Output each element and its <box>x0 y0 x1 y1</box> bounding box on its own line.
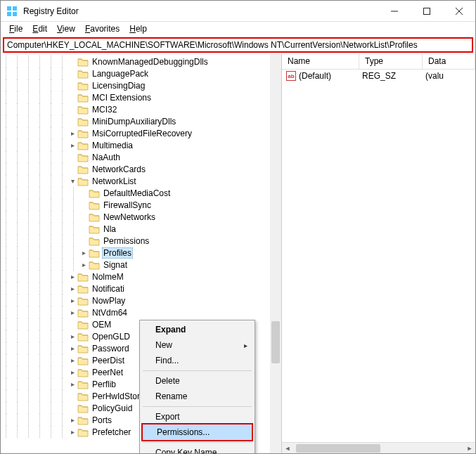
tree-item[interactable]: ▸NetworkCards <box>1 163 281 175</box>
menu-help[interactable]: Help <box>125 22 151 35</box>
chevron-icon[interactable]: ▸ <box>68 309 77 316</box>
chevron-icon[interactable]: ▸ <box>68 141 77 149</box>
col-type[interactable]: Type <box>359 54 423 69</box>
tree-label[interactable]: NewNetworks <box>102 212 157 222</box>
menu-edit[interactable]: Edit <box>28 22 51 35</box>
tree-item[interactable]: ▸Permissions <box>1 235 281 247</box>
tree-label[interactable]: MsiCorruptedFileRecovery <box>91 129 193 138</box>
chevron-icon[interactable]: ▸ <box>79 249 88 257</box>
tree-item[interactable]: ▸NowPlay <box>1 294 281 306</box>
col-name[interactable]: Name <box>282 54 359 69</box>
tree-item[interactable]: ▸NtVdm64 <box>1 306 281 318</box>
chevron-icon[interactable]: ▸ <box>68 285 77 292</box>
chevron-icon[interactable]: ▸ <box>68 332 77 340</box>
tree-item[interactable]: ▸Signat <box>1 259 281 271</box>
tree-label[interactable]: FirewallSync <box>102 200 153 210</box>
folder-icon <box>77 380 89 389</box>
tree-item[interactable]: ▸FirewallSync <box>1 199 281 211</box>
ctx-item-rename[interactable]: Rename <box>141 389 253 404</box>
value-row[interactable]: ab (Default) REG_SZ (valu <box>282 70 475 82</box>
ctx-item-permissions[interactable]: Permissions... <box>141 423 253 441</box>
col-data[interactable]: Data <box>423 54 475 69</box>
tree-label[interactable]: NaAuth <box>91 153 122 162</box>
tree-item[interactable]: ▸Multimedia <box>1 139 281 151</box>
tree-item[interactable]: ▸LanguagePack <box>1 67 281 79</box>
tree-item[interactable]: ▸KnownManagedDebuggingDlls <box>1 56 281 67</box>
tree-item[interactable]: ▸Notificati <box>1 283 281 294</box>
chevron-icon[interactable]: ▸ <box>79 261 88 268</box>
tree-label[interactable]: NowPlay <box>91 296 127 306</box>
chevron-icon[interactable]: ▸ <box>68 368 77 376</box>
tree-item[interactable]: ▾NetworkList <box>1 175 281 187</box>
content-area: ▸KnownManagedDebuggingDlls▸LanguagePack▸… <box>1 54 475 453</box>
tree-label[interactable]: MCI Extensions <box>91 93 153 103</box>
tree-scrollbar[interactable] <box>270 54 281 453</box>
ctx-item-copy-key-name[interactable]: Copy Key Name <box>141 445 253 453</box>
chevron-icon[interactable]: ▸ <box>68 273 77 280</box>
tree-item[interactable]: ▸Profiles <box>1 247 281 259</box>
tree-label[interactable]: Signat <box>102 260 129 270</box>
tree-item[interactable]: ▸NaAuth <box>1 151 281 163</box>
tree-item[interactable]: ▸MCI32 <box>1 103 281 115</box>
tree-label[interactable]: Nla <box>102 224 117 234</box>
tree-label[interactable]: PolicyGuid <box>91 403 134 413</box>
close-button[interactable] <box>443 1 475 22</box>
chevron-icon[interactable]: ▸ <box>68 356 77 364</box>
tree-label[interactable]: OEM <box>91 320 112 330</box>
tree-label[interactable]: LanguagePack <box>91 69 150 79</box>
tree-item[interactable]: ▸DefaultMediaCost <box>1 187 281 199</box>
hscroll-thumb[interactable] <box>296 444 380 453</box>
values-body[interactable]: ab (Default) REG_SZ (valu <box>282 70 475 442</box>
tree-item[interactable]: ▸NolmeM <box>1 271 281 283</box>
maximize-button[interactable] <box>411 1 443 22</box>
tree-item[interactable]: ▸LicensingDiag <box>1 79 281 91</box>
tree-label[interactable]: NolmeM <box>91 272 125 282</box>
values-hscroll[interactable]: ◄ ► <box>282 442 475 453</box>
tree-label[interactable]: Prefetcher <box>91 427 132 437</box>
address-bar[interactable] <box>7 40 469 50</box>
chevron-icon[interactable]: ▸ <box>68 380 77 388</box>
tree-item[interactable]: ▸Nla <box>1 223 281 235</box>
folder-icon <box>77 427 89 437</box>
tree-label[interactable]: Perflib <box>91 380 117 389</box>
chevron-icon[interactable]: ▸ <box>68 297 77 304</box>
minimize-button[interactable] <box>378 1 411 22</box>
chevron-icon[interactable]: ▾ <box>68 177 77 185</box>
tree-item[interactable]: ▸MiniDumpAuxiliaryDlls <box>1 115 281 127</box>
tree-label[interactable]: PeerDist <box>91 356 126 365</box>
chevron-icon[interactable]: ▸ <box>68 416 77 424</box>
menu-favorites[interactable]: Favorites <box>81 22 124 35</box>
tree-label[interactable]: Ports <box>91 415 113 425</box>
scroll-right-icon[interactable]: ► <box>464 443 475 453</box>
tree-label[interactable]: Permissions <box>102 236 150 246</box>
chevron-icon[interactable]: ▸ <box>68 428 77 436</box>
tree-label[interactable]: DefaultMediaCost <box>102 188 172 198</box>
ctx-item-new[interactable]: New▸ <box>141 337 253 353</box>
tree-label[interactable]: PeerNet <box>91 368 124 377</box>
menu-view[interactable]: View <box>53 22 79 35</box>
tree-label[interactable]: Notificati <box>91 284 126 294</box>
tree-label[interactable]: Multimedia <box>91 141 134 150</box>
tree-item[interactable]: ▸MsiCorruptedFileRecovery <box>1 127 281 139</box>
tree-label[interactable]: Password <box>91 344 131 354</box>
scrollbar-thumb[interactable] <box>271 321 280 363</box>
tree-label[interactable]: NtVdm64 <box>91 308 129 318</box>
tree-label[interactable]: NetworkList <box>91 176 138 186</box>
chevron-icon[interactable]: ▸ <box>68 344 77 352</box>
tree-label[interactable]: NetworkCards <box>91 164 147 174</box>
ctx-item-delete[interactable]: Delete <box>141 373 253 389</box>
scroll-left-icon[interactable]: ◄ <box>282 443 293 453</box>
tree-item[interactable]: ▸MCI Extensions <box>1 91 281 103</box>
tree-label[interactable]: OpenGLD <box>91 332 131 342</box>
tree-label[interactable]: KnownManagedDebuggingDlls <box>91 57 210 67</box>
ctx-item-export[interactable]: Export <box>141 409 253 424</box>
ctx-item-expand[interactable]: Expand <box>141 322 253 337</box>
ctx-item-find[interactable]: Find... <box>141 353 253 368</box>
tree-label[interactable]: LicensingDiag <box>91 81 146 91</box>
menu-file[interactable]: File <box>5 22 27 35</box>
tree-label[interactable]: MCI32 <box>91 105 118 115</box>
tree-item[interactable]: ▸NewNetworks <box>1 211 281 223</box>
chevron-icon[interactable]: ▸ <box>68 129 77 137</box>
tree-label[interactable]: Profiles <box>102 247 133 259</box>
tree-label[interactable]: MiniDumpAuxiliaryDlls <box>91 117 177 127</box>
